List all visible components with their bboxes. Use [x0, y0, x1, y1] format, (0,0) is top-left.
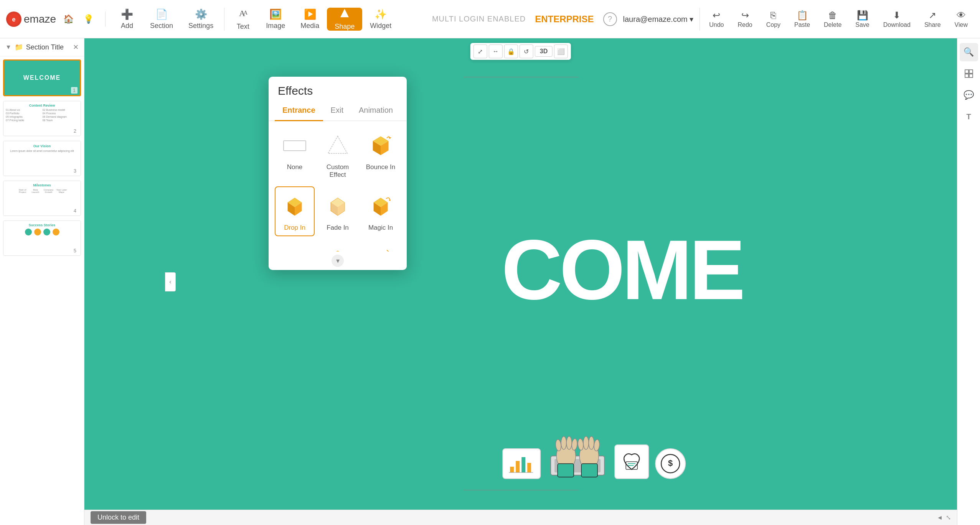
image-label: Image [266, 22, 285, 30]
help-button[interactable]: ? [603, 12, 617, 26]
effect-none-label: None [287, 163, 303, 171]
share-label: Share [924, 21, 941, 28]
tab-animation[interactable]: Animation [351, 100, 401, 121]
effects-tabs-bar: Entrance Exit Animation [269, 100, 407, 121]
slide-item-3[interactable]: Our Vision Lorem ipsum dolor sit amet co… [3, 141, 81, 176]
canvas-nav: ◄ ⤡ [937, 514, 951, 521]
svg-rect-8 [527, 463, 531, 472]
svg-text:e: e [12, 16, 16, 23]
share-button[interactable]: ↗ Share [918, 7, 947, 31]
svg-marker-29 [328, 136, 347, 153]
svg-marker-34 [388, 137, 391, 139]
paste-button[interactable]: 📋 Paste [788, 7, 816, 31]
media-icon: ▶️ [304, 8, 316, 20]
coin-card: $ [655, 448, 686, 479]
section-tool[interactable]: 📄 Section [142, 8, 181, 30]
svg-point-15 [561, 436, 566, 449]
slide-num-4: 4 [72, 207, 78, 214]
slide-item-4[interactable]: Milestones Start of Project Beta Launch … [3, 181, 81, 216]
effect-fade-in[interactable]: Fade In [318, 186, 358, 236]
image-tool[interactable]: 🖼️ Image [258, 8, 293, 30]
svg-point-20 [589, 436, 594, 449]
sidebar-title: Section Title [26, 43, 70, 51]
effect-roll-in[interactable]: Roll In [275, 239, 315, 252]
left-sidebar: ▼ 📁 Section Title ✕ WELCOME 1 Content Re… [0, 38, 84, 525]
tab-exit[interactable]: Exit [323, 100, 351, 121]
grid-panel-button[interactable] [960, 64, 978, 83]
slide-item-5[interactable]: Success Stories 5 [3, 221, 81, 256]
undo-icon: ↩ [713, 10, 720, 21]
effect-custom[interactable]: Custom Effect [318, 126, 358, 183]
save-button[interactable]: 💾 Save [849, 7, 875, 31]
collapse-sidebar-button[interactable]: ‹ [165, 272, 176, 291]
effect-tilt-in[interactable]: Tilt In [361, 239, 401, 252]
svg-rect-66 [965, 74, 968, 77]
text-panel-button[interactable]: T [960, 107, 978, 126]
chat-panel-button[interactable]: 💬 [960, 86, 978, 104]
search-panel-button[interactable]: 🔍 [960, 43, 978, 61]
svg-marker-49 [286, 250, 300, 252]
text-tool[interactable]: AA Text [228, 8, 258, 31]
divider-1 [224, 8, 224, 31]
widget-label: Widget [370, 22, 391, 30]
enterprise-badge: ENTERPRISE [535, 14, 594, 25]
paste-icon: 📋 [797, 10, 808, 21]
shape-icon [339, 8, 350, 21]
lightbulb-button[interactable]: 💡 [81, 12, 96, 27]
section-label: Section [150, 22, 173, 30]
download-button[interactable]: ⬇ Download [877, 7, 917, 31]
rotate-tool[interactable]: ↺ [520, 44, 533, 58]
shape-tool[interactable]: Shape [327, 8, 362, 31]
effect-none[interactable]: None [275, 126, 315, 183]
svg-text:A: A [244, 10, 248, 16]
shape-label: Shape [335, 23, 355, 31]
svg-rect-65 [969, 70, 973, 73]
widget-tool[interactable]: ✨ Widget [362, 8, 399, 30]
home-button[interactable]: 🏠 [61, 12, 76, 27]
svg-rect-6 [516, 461, 520, 472]
effect-slide-in[interactable]: Slide In [318, 239, 358, 252]
delete-icon: 🗑 [828, 10, 837, 21]
copy-label: Copy [766, 21, 780, 28]
divider-2 [700, 8, 700, 31]
svg-text:$: $ [668, 458, 673, 468]
copy-button[interactable]: ⎘ Copy [760, 7, 787, 31]
3d-tool[interactable]: 3D [535, 46, 553, 57]
media-tool[interactable]: ▶️ Media [293, 8, 327, 30]
effect-bounce-in[interactable]: Bounce In [361, 126, 401, 183]
section-icon: 📄 [155, 8, 168, 20]
delete-button[interactable]: 🗑 Delete [818, 7, 848, 31]
lock-tool[interactable]: 🔒 [504, 44, 518, 58]
scroll-down-icon[interactable]: ▾ [332, 255, 344, 267]
svg-rect-64 [965, 70, 968, 73]
unlock-button[interactable]: Unlock to edit [91, 511, 146, 524]
effect-drop-in-label: Drop In [284, 224, 305, 232]
sidebar-collapse-button[interactable]: ▼ [5, 44, 12, 51]
expand-tool[interactable]: ⤢ [474, 44, 487, 58]
scroll-more-indicator[interactable]: ▾ [269, 252, 407, 270]
redo-button[interactable]: ↪ Redo [732, 7, 759, 31]
tab-entrance[interactable]: Entrance [275, 100, 323, 121]
slide-item-1[interactable]: WELCOME 1 [3, 59, 81, 96]
media-label: Media [300, 22, 319, 30]
effect-magic-in[interactable]: Magic In [361, 186, 401, 236]
fullscreen-tool[interactable]: ⬜ [554, 44, 568, 58]
add-tool[interactable]: ➕ Add [112, 8, 142, 30]
effect-drop-in[interactable]: Drop In [275, 186, 315, 236]
undo-button[interactable]: ↩ Undo [703, 7, 730, 31]
multi-login-badge: MULTI LOGIN ENABLED [432, 15, 526, 23]
logo: e emaze [6, 12, 56, 27]
sidebar-close-button[interactable]: ✕ [73, 43, 79, 51]
svg-marker-53 [331, 251, 345, 252]
slide-item-2[interactable]: Content Review 01 About us02 Business mo… [3, 101, 81, 136]
effect-custom-icon [322, 130, 353, 161]
main-area: ▼ 📁 Section Title ✕ WELCOME 1 Content Re… [0, 38, 980, 525]
user-email[interactable]: laura@emaze.com ▾ [623, 15, 694, 24]
add-icon: ➕ [121, 8, 133, 20]
undo-label: Undo [709, 21, 724, 28]
svg-point-16 [566, 436, 572, 449]
effects-title: Effects [278, 84, 313, 97]
resize-tool[interactable]: ↔ [489, 44, 503, 58]
view-button[interactable]: 👁 View [949, 7, 974, 31]
settings-tool[interactable]: ⚙️ Settings [181, 8, 221, 30]
